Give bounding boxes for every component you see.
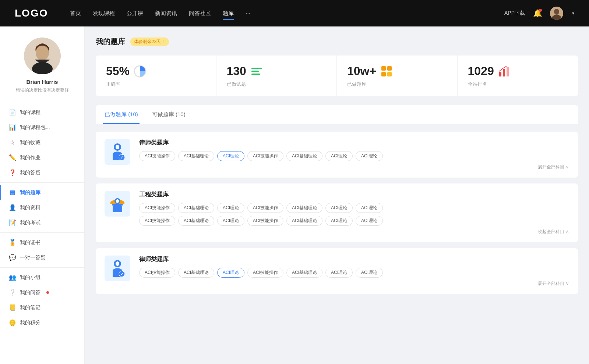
tag-ACI技能操作[interactable]: ACI技能操作 xyxy=(139,216,175,226)
tag-ACI理论[interactable]: ACI理论 xyxy=(217,216,244,226)
sidebar-item-我的证书[interactable]: 🏅 我的证书 xyxy=(0,235,84,250)
profile-section: Brian Harris 错误的决定比没有决定要好 xyxy=(0,38,84,101)
tag-ACI理论[interactable]: ACI理论 xyxy=(356,151,383,161)
stat-value: 55% xyxy=(106,64,130,78)
tag-ACI基础理论[interactable]: ACI基础理论 xyxy=(178,203,214,213)
nav-item-首页[interactable]: 首页 xyxy=(70,8,81,18)
tab-可做题库(10)[interactable]: 可做题库 (10) xyxy=(151,105,187,124)
sidebar-item-我的收藏[interactable]: ☆ 我的收藏 xyxy=(0,135,84,150)
tag-ACI基础理论[interactable]: ACI基础理论 xyxy=(286,216,322,226)
sidebar-item-label: 我的笔记 xyxy=(20,304,40,311)
category-card-cat1: ✓ 律师类题库ACI技能操作ACI基础理论ACI理论ACI技能操作ACI基础理论… xyxy=(96,132,578,178)
tag-ACI技能操作[interactable]: ACI技能操作 xyxy=(247,151,283,161)
nav-item-公开课[interactable]: 公开课 xyxy=(127,8,143,18)
doc-icon: 📄 xyxy=(9,109,15,116)
tag-ACI基础理论[interactable]: ACI基础理论 xyxy=(286,151,322,161)
sidebar-item-我的积分[interactable]: 🪙 我的积分 xyxy=(0,315,84,330)
svg-rect-10 xyxy=(251,74,260,75)
nav-item-题库[interactable]: 题库 xyxy=(223,8,234,18)
tag-ACI理论[interactable]: ACI理论 xyxy=(325,268,353,278)
logo: LOGO xyxy=(15,7,48,19)
stat-icon-bar xyxy=(498,65,511,78)
sidebar: Brian Harris 错误的决定比没有决定要好 📄 我的课程 📊 我的课程包… xyxy=(0,26,85,364)
svg-point-24 xyxy=(116,199,119,203)
nav-item-新闻资讯[interactable]: 新闻资讯 xyxy=(155,8,177,18)
tag-ACI技能操作[interactable]: ACI技能操作 xyxy=(139,151,175,161)
stat-value: 1029 xyxy=(468,64,494,78)
svg-point-19 xyxy=(116,145,119,149)
category-body: 律师类题库ACI技能操作ACI基础理论ACI理论ACI技能操作ACI基础理论AC… xyxy=(139,256,569,287)
tag-ACI理论[interactable]: ACI理论 xyxy=(325,216,353,226)
tab-已做题库(10)[interactable]: 已做题库 (10) xyxy=(103,105,140,124)
tag-ACI技能操作[interactable]: ACI技能操作 xyxy=(139,203,175,213)
edit-icon: ✏️ xyxy=(9,154,15,161)
sidebar-item-我的小组[interactable]: 👥 我的小组 xyxy=(0,270,84,285)
expand-link-cat2[interactable]: 收起全部科目 ∧ xyxy=(139,229,569,235)
svg-rect-14 xyxy=(387,72,392,76)
cert-icon: 🏅 xyxy=(9,239,15,246)
tag-ACI理论[interactable]: ACI理论 xyxy=(217,203,244,213)
stat-card-已做题库: 10w+ 已做题库 xyxy=(337,56,458,96)
app-download-link[interactable]: APP下载 xyxy=(504,10,525,17)
tag-ACI技能操作[interactable]: ACI技能操作 xyxy=(247,268,283,278)
svg-rect-8 xyxy=(251,68,262,69)
notification-bell[interactable]: 🔔 xyxy=(532,8,543,18)
page-wrap: Brian Harris 错误的决定比没有决定要好 📄 我的课程 📊 我的课程包… xyxy=(0,0,589,364)
category-card-cat3: ✓ 律师类题库ACI技能操作ACI基础理论ACI理论ACI技能操作ACI基础理论… xyxy=(96,248,578,294)
sidebar-item-一对一答疑[interactable]: 💬 一对一答疑 xyxy=(0,250,84,265)
sidebar-item-label: 一对一答疑 xyxy=(20,254,46,261)
tag-ACI基础理论[interactable]: ACI基础理论 xyxy=(286,203,322,213)
navbar: LOGO 首页发现课程公开课新闻资讯问答社区题库··· APP下载 🔔 ▾ xyxy=(0,0,589,26)
sidebar-item-我的答疑[interactable]: ❓ 我的答疑 xyxy=(0,165,84,180)
tag-ACI理论[interactable]: ACI理论 xyxy=(325,151,353,161)
tag-ACI理论[interactable]: ACI理论 xyxy=(217,268,244,278)
sidebar-item-我的作业[interactable]: ✏️ 我的作业 xyxy=(0,150,84,165)
avatar-dropdown-caret[interactable]: ▾ xyxy=(572,11,574,16)
tag-ACI理论[interactable]: ACI理论 xyxy=(325,203,353,213)
nav-item-问答社区[interactable]: 问答社区 xyxy=(189,8,211,18)
sidebar-item-我的资料[interactable]: 👤 我的资料 xyxy=(0,200,84,215)
sidebar-item-label: 我的证书 xyxy=(20,239,40,246)
sidebar-item-我的笔记[interactable]: 📒 我的笔记 xyxy=(0,300,84,315)
tabs-row: 已做题库 (10)可做题库 (10) xyxy=(96,105,578,124)
tag-ACI技能操作[interactable]: ACI技能操作 xyxy=(139,268,175,278)
sidebar-badge xyxy=(46,291,49,294)
page-header: 我的题库 体验剩余23天！ xyxy=(96,37,578,47)
tags-row-1: ACI技能操作ACI基础理论ACI理论ACI技能操作ACI基础理论ACI理论AC… xyxy=(139,268,569,278)
svg-rect-11 xyxy=(381,66,386,71)
svg-rect-12 xyxy=(387,66,392,71)
tag-ACI基础理论[interactable]: ACI基础理论 xyxy=(178,268,214,278)
tag-ACI技能操作[interactable]: ACI技能操作 xyxy=(247,216,283,226)
notification-badge xyxy=(539,9,542,12)
sidebar-item-我的课程[interactable]: 📄 我的课程 xyxy=(0,105,84,120)
svg-rect-13 xyxy=(381,72,386,76)
tag-ACI技能操作[interactable]: ACI技能操作 xyxy=(247,203,283,213)
category-title: 律师类题库 xyxy=(139,256,569,263)
sidebar-item-我的课程包...[interactable]: 📊 我的课程包... xyxy=(0,120,84,135)
sidebar-divider xyxy=(0,182,84,183)
tag-ACI理论[interactable]: ACI理论 xyxy=(217,151,244,161)
nav-item-···[interactable]: ··· xyxy=(246,8,250,18)
tag-ACI基础理论[interactable]: ACI基础理论 xyxy=(178,151,214,161)
sidebar-item-我的题库[interactable]: ▦ 我的题库 xyxy=(0,185,84,200)
expand-link-cat1[interactable]: 展开全部科目 ∨ xyxy=(139,164,569,170)
stat-icon-grid xyxy=(380,65,393,78)
navbar-right: APP下载 🔔 ▾ xyxy=(504,7,574,20)
sidebar-item-我的考试[interactable]: 📝 我的考试 xyxy=(0,215,84,230)
tag-ACI基础理论[interactable]: ACI基础理论 xyxy=(286,268,322,278)
star-icon: ☆ xyxy=(9,139,15,146)
svg-point-5 xyxy=(36,46,49,60)
tag-ACI基础理论[interactable]: ACI基础理论 xyxy=(178,216,214,226)
svg-point-1 xyxy=(554,9,559,15)
sidebar-item-label: 我的收藏 xyxy=(20,139,40,146)
stat-value: 10w+ xyxy=(347,64,376,78)
sidebar-item-label: 我的积分 xyxy=(20,320,40,326)
nav-item-发现课程[interactable]: 发现课程 xyxy=(93,8,115,18)
expand-link-cat3[interactable]: 展开全部科目 ∨ xyxy=(139,281,569,287)
profile-avatar xyxy=(24,38,61,74)
tag-ACI理论[interactable]: ACI理论 xyxy=(356,268,383,278)
avatar[interactable] xyxy=(550,7,563,20)
sidebar-item-我的问答[interactable]: ❔ 我的问答 xyxy=(0,285,84,300)
tag-ACI理论[interactable]: ACI理论 xyxy=(356,216,383,226)
tag-ACI理论[interactable]: ACI理论 xyxy=(356,203,383,213)
